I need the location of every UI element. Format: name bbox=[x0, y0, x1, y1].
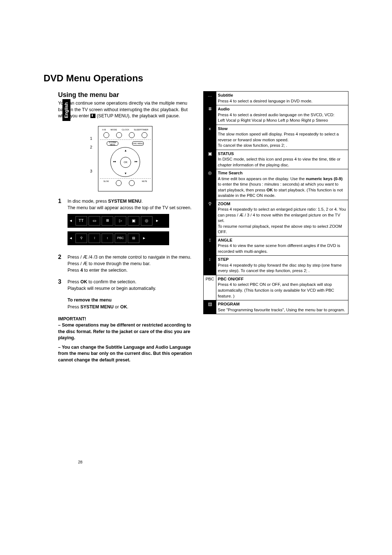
step-body: Press OK to confirm the selection. Playb… bbox=[68, 279, 156, 310]
step-number: 1 bbox=[58, 198, 64, 249]
right-arrow-icon: ▸ bbox=[153, 218, 158, 224]
right-arrow-icon: ▸ bbox=[140, 235, 145, 241]
text: . bbox=[142, 199, 143, 204]
table-row: xSlowThe slow motion speed will display.… bbox=[204, 125, 348, 150]
section-heading: Using the menu bar bbox=[58, 91, 192, 99]
feature-description: AudioPress 4 to select a desired audio l… bbox=[216, 105, 348, 125]
feature-body: Press 4 repeatedly to play forward the d… bbox=[218, 263, 342, 273]
remote-menu-row: SYSTEM MENU DISC MENU bbox=[100, 139, 151, 146]
circle-button bbox=[129, 132, 135, 138]
feature-icon: ⚲ bbox=[204, 200, 216, 236]
bold: SYSTEM MENU bbox=[108, 199, 142, 204]
right-column: …SubtitlePress 4 to select a desired lan… bbox=[203, 91, 348, 363]
table-row: ◎Time SearchA time edit box appears on t… bbox=[204, 169, 348, 200]
feature-description: PBC ON/OFFPress 4 to select PBC ON or OF… bbox=[216, 275, 348, 300]
menubar-top: ◂ ᎢᎢ ▭ ⵌ ▷ ▣ ◎ ▸ bbox=[68, 214, 169, 228]
text: Press bbox=[68, 261, 80, 266]
text: / Æ /4 /3 bbox=[80, 255, 97, 260]
remote-diagram: 1 2 3 A-B MODE CLOCK SLEEP/TIMER bbox=[98, 126, 152, 191]
remove-menu: To remove the menu Press SYSTEM MENU or … bbox=[68, 297, 156, 310]
step-number: 3 bbox=[58, 279, 64, 310]
important-block: IMPORTANT! – Some operations may be diff… bbox=[58, 316, 192, 364]
menu-cell: ▣ bbox=[128, 216, 139, 226]
feature-icon: x bbox=[204, 125, 216, 150]
step-3: 3 Press OK to confirm the selection. Pla… bbox=[58, 279, 192, 310]
remote-outline: A-B MODE CLOCK SLEEP/TIMER SYSTEM MENU D… bbox=[98, 126, 152, 191]
text: to move through the menu bar. bbox=[87, 261, 151, 266]
table-row: ⵌAudioPress 4 to select a desired audio … bbox=[204, 105, 348, 125]
text: / Æ bbox=[80, 261, 87, 266]
text: In disc mode, press bbox=[68, 199, 108, 204]
feature-icon: … bbox=[204, 92, 216, 105]
table-row: …SubtitlePress 4 to select a desired lan… bbox=[204, 92, 348, 105]
important-item-1: – Some operations may be different or re… bbox=[58, 322, 192, 341]
circle-button bbox=[116, 180, 122, 186]
feature-description: STEPPress 4 repeatedly to play forward t… bbox=[216, 256, 348, 275]
menu-cell: ⵌ bbox=[102, 216, 113, 226]
feature-title: STEP bbox=[218, 257, 229, 262]
important-item-2: – You can change the Subtitle Language a… bbox=[58, 344, 192, 364]
feature-icon: ◎ bbox=[204, 169, 216, 200]
menubar-bottom: ◂ ⚲ ⟟ ↕ PBC ▤ ▸ bbox=[68, 231, 169, 245]
feature-body: A time edit box appears on the display. … bbox=[218, 177, 343, 198]
text: Press bbox=[68, 268, 80, 273]
disc-menu-button: DISC MENU bbox=[132, 141, 144, 146]
circle-button bbox=[116, 132, 122, 138]
step-body: In disc mode, press SYSTEM MENU. The men… bbox=[68, 198, 192, 249]
intro-paragraph: You can continue some operations directl… bbox=[58, 100, 192, 119]
text: Press bbox=[68, 255, 80, 260]
feature-title: PBC ON/OFF bbox=[218, 277, 244, 281]
feature-body: Press 4 to view the same scene from diff… bbox=[218, 243, 340, 254]
feature-icon: ⟟ bbox=[204, 236, 216, 256]
menu-cell: ▭ bbox=[89, 216, 100, 226]
text: to enter the selection. bbox=[83, 268, 127, 273]
down-arrow-icon: ▼ bbox=[124, 172, 127, 175]
table-row: ⟟ANGLEPress 4 to view the same scene fro… bbox=[204, 236, 348, 256]
callout-2: 2 bbox=[90, 145, 92, 149]
menu-cell: ↕ bbox=[102, 234, 113, 243]
label-clock: CLOCK bbox=[122, 129, 129, 131]
feature-description: Time SearchA time edit box appears on th… bbox=[216, 169, 348, 200]
feature-title: ANGLE bbox=[218, 238, 232, 242]
feature-icon: ▣ bbox=[204, 150, 216, 169]
text: to confirm the selection. bbox=[87, 279, 136, 284]
text: . bbox=[127, 304, 128, 309]
feature-title: Slow bbox=[218, 126, 228, 131]
dpad: OK ▲ ▼ ◂◂ ▸▸ bbox=[110, 147, 140, 177]
menubar-illustrations: ◂ ᎢᎢ ▭ ⵌ ▷ ▣ ◎ ▸ ◂ ⚲ ⟟ bbox=[68, 214, 192, 245]
bold: OK bbox=[80, 279, 87, 284]
next-icon: ▸▸ bbox=[135, 160, 138, 163]
feature-body: Press 4 to select a desired language in … bbox=[218, 99, 313, 103]
left-arrow-icon: ◂ bbox=[70, 218, 75, 224]
remove-heading: To remove the menu bbox=[68, 297, 111, 303]
text: or bbox=[114, 304, 120, 309]
table-row: ▣STATUSIn DISC mode, select this icon an… bbox=[204, 150, 348, 169]
text: on the remote control to navigate in the… bbox=[98, 255, 192, 260]
circle-button bbox=[142, 132, 147, 138]
text: Press bbox=[68, 279, 80, 284]
feature-body: See "Programming favourite tracks", Usin… bbox=[218, 308, 345, 312]
remote-bottom-row: SLOW MUTE bbox=[100, 178, 151, 186]
language-tab: English bbox=[62, 99, 70, 121]
menu-cell: ⚲ bbox=[75, 234, 87, 243]
menu-cell: ◎ bbox=[141, 216, 152, 226]
table-row: PBCPBC ON/OFFPress 4 to select PBC ON or… bbox=[204, 275, 348, 300]
step-body: Press / Æ /4 /3 on the remote control to… bbox=[68, 254, 191, 274]
feature-title: Audio bbox=[218, 107, 230, 111]
feature-title: STATUS bbox=[218, 151, 234, 156]
ok-button: OK bbox=[120, 157, 131, 168]
table-row: ▤PROGRAMSee "Programming favourite track… bbox=[204, 300, 348, 314]
feature-description: SlowThe slow motion speed will display. … bbox=[216, 125, 348, 150]
feature-table: …SubtitlePress 4 to select a desired lan… bbox=[203, 91, 348, 314]
feature-description: SubtitlePress 4 to select a desired lang… bbox=[216, 92, 348, 105]
feature-description: PROGRAMSee "Programming favourite tracks… bbox=[216, 300, 348, 314]
left-column: Using the menu bar You can continue some… bbox=[58, 91, 192, 363]
menu-cell: ᎢᎢ bbox=[75, 216, 87, 226]
step-2: 2 Press / Æ /4 /3 on the remote control … bbox=[58, 254, 192, 274]
intro-text-2: (SETUP MENU), the playback will pause. bbox=[97, 113, 180, 118]
menu-cell: PBC bbox=[115, 234, 126, 243]
menu-cell: ▷ bbox=[115, 216, 126, 226]
feature-description: STATUSIn DISC mode, select this icon and… bbox=[216, 150, 348, 169]
bold: OK bbox=[120, 304, 127, 309]
remote-top-labels: A-B MODE CLOCK SLEEP/TIMER bbox=[100, 129, 151, 131]
